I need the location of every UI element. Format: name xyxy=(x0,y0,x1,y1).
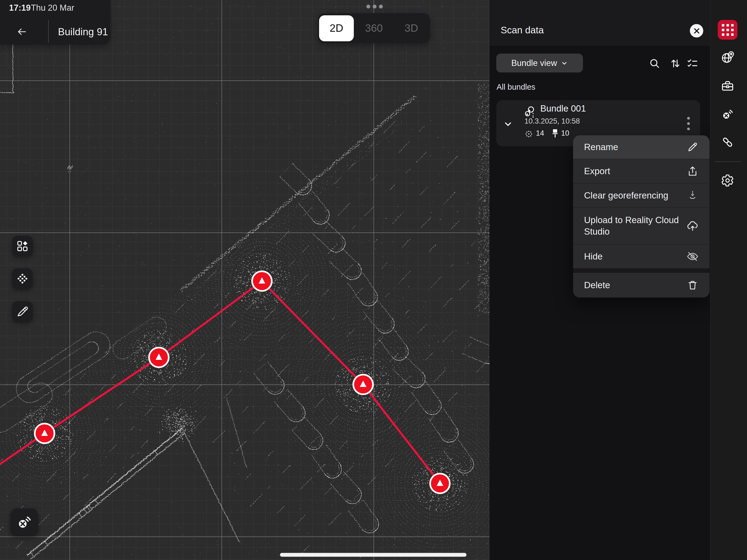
sidebar-item-device-connection[interactable] xyxy=(720,107,735,121)
bundle-context-menu: Rename Export Clear georeferencing Uplo xyxy=(573,135,710,298)
point-cloud-button[interactable] xyxy=(12,268,33,289)
close-icon xyxy=(693,27,700,34)
checklist-icon xyxy=(686,57,698,70)
close-panel-button[interactable] xyxy=(690,24,703,37)
layout-shapes-icon xyxy=(16,240,29,252)
menu-item-upload-reality-cloud[interactable]: Upload to Reality Cloud Studio xyxy=(573,207,710,244)
target-count: 10 xyxy=(561,129,569,137)
gear-icon xyxy=(721,174,734,187)
menu-item-export[interactable]: Export xyxy=(573,159,710,183)
sidebar-item-map[interactable] xyxy=(720,50,735,65)
header-divider xyxy=(48,20,49,43)
bundle-icon xyxy=(524,105,537,118)
link-icon xyxy=(721,136,734,149)
sidebar-item-link[interactable] xyxy=(720,135,735,149)
chevron-down-icon xyxy=(561,59,568,67)
menu-item-delete[interactable]: Delete xyxy=(573,273,710,298)
sort-icon xyxy=(669,57,681,70)
app-screen: 17:19 Thu 20 Mar Building 91 39% 2D 360 … xyxy=(0,0,747,560)
trash-icon xyxy=(686,279,699,292)
menu-item-clear-georeferencing[interactable]: Clear georeferencing xyxy=(573,183,710,207)
scan-count-icon xyxy=(524,130,533,138)
sidebar-item-apps[interactable] xyxy=(718,20,738,40)
target-count-icon xyxy=(551,128,559,138)
bundle-view-label: Bundle view xyxy=(511,58,557,68)
multitask-indicator[interactable] xyxy=(366,5,383,8)
project-title: Building 91 xyxy=(58,26,108,38)
bundle-view-selector[interactable]: Bundle view xyxy=(496,54,583,73)
apps-grid-icon xyxy=(722,24,724,27)
menu-item-rename[interactable]: Rename xyxy=(573,135,710,159)
scan-panel-header xyxy=(489,0,710,46)
georeference-icon xyxy=(686,189,699,202)
device-status-button[interactable] xyxy=(10,508,38,536)
arrow-left-icon xyxy=(16,26,28,37)
sidebar-divider xyxy=(715,161,741,162)
layout-shapes-button[interactable] xyxy=(12,236,33,256)
bundle-more-button[interactable] xyxy=(683,115,694,132)
eye-off-icon xyxy=(686,250,699,263)
section-label: All bundles xyxy=(496,82,535,92)
status-time: 17:19 xyxy=(9,3,31,13)
sidebar-item-settings[interactable] xyxy=(720,173,735,187)
scalpel-icon xyxy=(16,305,29,318)
cut-tool-button[interactable] xyxy=(12,301,33,322)
menu-separator xyxy=(573,269,710,273)
point-cloud-map-canvas[interactable] xyxy=(0,0,489,560)
bundle-datetime: 10.3.2025, 10:58 xyxy=(524,117,580,126)
view-switcher: 2D 360 3D xyxy=(318,13,430,43)
back-button[interactable] xyxy=(14,25,29,38)
device-disconnected-icon xyxy=(720,107,735,121)
scan-panel-title: Scan data xyxy=(500,25,544,35)
toolbox-icon xyxy=(721,79,735,93)
cloud-upload-icon xyxy=(686,219,699,232)
device-disconnected-icon xyxy=(16,514,33,531)
bundle-name: Bundle 001 xyxy=(540,103,586,114)
tab-360[interactable]: 360 xyxy=(357,15,391,41)
sidebar-item-toolbox[interactable] xyxy=(720,79,735,93)
search-button[interactable] xyxy=(648,57,661,70)
globe-pin-icon xyxy=(720,50,735,65)
bundle-expander[interactable] xyxy=(502,120,514,129)
sort-button[interactable] xyxy=(669,57,681,70)
home-indicator[interactable] xyxy=(280,553,466,557)
point-cloud-dots-icon xyxy=(16,272,29,285)
multi-select-button[interactable] xyxy=(686,57,699,70)
menu-item-hide[interactable]: Hide xyxy=(573,244,710,269)
export-icon xyxy=(686,164,699,178)
pencil-icon xyxy=(686,141,699,154)
search-icon xyxy=(649,57,661,70)
tab-2d[interactable]: 2D xyxy=(319,15,354,41)
scan-count: 14 xyxy=(536,129,544,137)
chevron-down-icon xyxy=(502,120,514,129)
status-date: Thu 20 Mar xyxy=(31,3,74,13)
tab-3d[interactable]: 3D xyxy=(394,15,429,41)
